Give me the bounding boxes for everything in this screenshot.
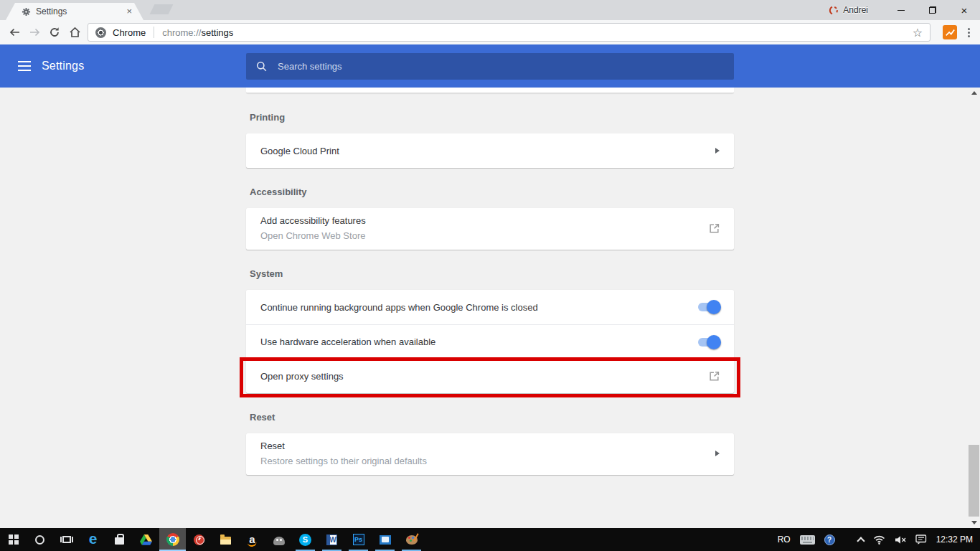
taskbar-gimp[interactable] <box>265 528 292 551</box>
address-bar[interactable]: Chrome chrome://settings ☆ <box>88 23 930 42</box>
taskbar-amazon[interactable]: a <box>239 528 265 551</box>
reset-card: Reset Restore settings to their original… <box>246 433 734 475</box>
taskbar-clock[interactable]: 12:32 PM <box>936 534 973 545</box>
accessibility-card: Add accessibility features Open Chrome W… <box>246 208 734 250</box>
row-add-accessibility-features[interactable]: Add accessibility features Open Chrome W… <box>246 208 734 250</box>
settings-search-box[interactable] <box>246 53 734 80</box>
system-card: Continue running background apps when Go… <box>246 290 734 393</box>
section-heading-accessibility: Accessibility <box>246 187 734 198</box>
hamburger-menu-icon[interactable] <box>18 61 31 74</box>
touch-keyboard-icon[interactable] <box>800 535 815 545</box>
gimp-icon <box>273 537 285 545</box>
printing-card: Google Cloud Print <box>246 133 734 168</box>
taskbar-photo-viewer[interactable] <box>372 528 398 551</box>
start-button[interactable] <box>0 528 27 551</box>
action-center-icon[interactable] <box>915 534 927 545</box>
restore-icon <box>929 6 936 14</box>
settings-header: Settings <box>0 44 980 88</box>
reload-button[interactable] <box>44 22 65 42</box>
taskbar-store[interactable] <box>106 528 133 551</box>
profile-name-button[interactable]: Andrei <box>843 5 868 15</box>
taskbar-file-explorer[interactable] <box>212 528 239 551</box>
tab-close-icon[interactable]: × <box>126 6 132 17</box>
language-indicator[interactable]: RO <box>778 534 791 545</box>
profile-avatar-icon <box>829 6 839 15</box>
file-explorer-icon <box>220 537 231 545</box>
scroll-down-arrow[interactable] <box>971 521 977 524</box>
page-scrollbar[interactable] <box>968 88 980 528</box>
taskbar-google-drive[interactable] <box>133 528 159 551</box>
tab-title: Settings <box>36 6 67 17</box>
microsoft-store-icon <box>115 537 124 545</box>
url-separator <box>154 27 154 38</box>
forward-icon <box>29 27 41 38</box>
taskbar-edge[interactable]: e <box>80 528 106 551</box>
cortana-button[interactable] <box>27 528 53 551</box>
browser-titlebar: Settings × Andrei × <box>0 0 980 20</box>
home-icon <box>69 27 81 38</box>
hidden-icons-chevron[interactable] <box>857 537 864 545</box>
url-path: settings <box>201 27 233 38</box>
taskbar-word[interactable]: W <box>319 528 345 551</box>
section-heading-printing: Printing <box>246 112 734 123</box>
site-label: Chrome <box>113 27 146 38</box>
taskbar-photoshop[interactable]: Ps <box>345 528 372 551</box>
bookmark-star-icon[interactable]: ☆ <box>913 26 923 39</box>
home-button[interactable] <box>65 22 85 42</box>
row-open-proxy-settings[interactable]: Open proxy settings <box>246 359 734 393</box>
settings-search-input[interactable] <box>276 60 697 72</box>
reload-icon <box>49 27 60 38</box>
windows-logo-icon <box>9 534 19 545</box>
chrome-page-icon <box>95 27 106 38</box>
help-tray-icon[interactable]: ? <box>824 534 835 545</box>
sub-page-arrow-icon <box>715 451 720 456</box>
taskbar-chrome[interactable] <box>159 528 186 551</box>
task-view-button[interactable] <box>53 528 80 551</box>
paint-palette-icon <box>406 535 418 545</box>
toggle-hardware-acceleration[interactable] <box>698 338 720 347</box>
sub-page-arrow-icon <box>715 148 720 154</box>
forward-button[interactable] <box>24 22 44 42</box>
wifi-icon[interactable] <box>873 535 885 545</box>
new-tab-button[interactable] <box>150 4 174 14</box>
window-close-button[interactable]: × <box>948 0 980 20</box>
skype-icon: S <box>299 534 311 546</box>
tab-settings[interactable]: Settings × <box>6 3 143 20</box>
browser-menu-button[interactable] <box>963 25 974 40</box>
search-icon <box>256 61 267 72</box>
google-drive-icon <box>140 534 152 545</box>
row-reset[interactable]: Reset Restore settings to their original… <box>246 433 734 475</box>
photoshop-icon: Ps <box>353 534 364 545</box>
task-view-icon <box>62 536 71 543</box>
close-icon: × <box>961 5 968 16</box>
row-google-cloud-print[interactable]: Google Cloud Print <box>246 133 734 168</box>
taskbar-skype[interactable]: S <box>292 528 319 551</box>
taskbar-paint-app[interactable] <box>398 528 425 551</box>
taskbar-alarm-clock-app[interactable] <box>186 528 212 551</box>
photo-viewer-icon <box>380 535 391 545</box>
analytics-extension-icon[interactable] <box>943 25 957 39</box>
section-heading-system: System <box>246 268 734 280</box>
cortana-icon <box>35 535 44 545</box>
settings-page-title: Settings <box>42 60 84 72</box>
alarm-clock-app-icon <box>194 534 204 545</box>
scroll-up-arrow[interactable] <box>971 91 977 95</box>
external-link-icon <box>709 223 720 234</box>
scrolled-card-remnant <box>246 88 734 93</box>
settings-content: Printing Google Cloud Print Accessibilit… <box>0 88 980 528</box>
url-scheme: chrome:// <box>162 27 201 38</box>
browser-toolbar: Chrome chrome://settings ☆ <box>0 20 980 44</box>
minimize-icon <box>897 10 905 11</box>
edge-icon: e <box>89 532 98 546</box>
volume-muted-icon[interactable] <box>895 535 906 545</box>
amazon-icon: a <box>249 534 255 545</box>
word-icon: W <box>326 534 337 545</box>
row-background-apps[interactable]: Continue running background apps when Go… <box>246 290 734 324</box>
back-button[interactable] <box>4 22 24 42</box>
window-minimize-button[interactable] <box>885 0 917 20</box>
row-hardware-acceleration[interactable]: Use hardware acceleration when available <box>246 324 734 359</box>
scrollbar-thumb[interactable] <box>969 445 979 517</box>
external-link-icon <box>709 371 720 382</box>
window-restore-button[interactable] <box>917 0 948 20</box>
toggle-background-apps[interactable] <box>698 303 720 311</box>
